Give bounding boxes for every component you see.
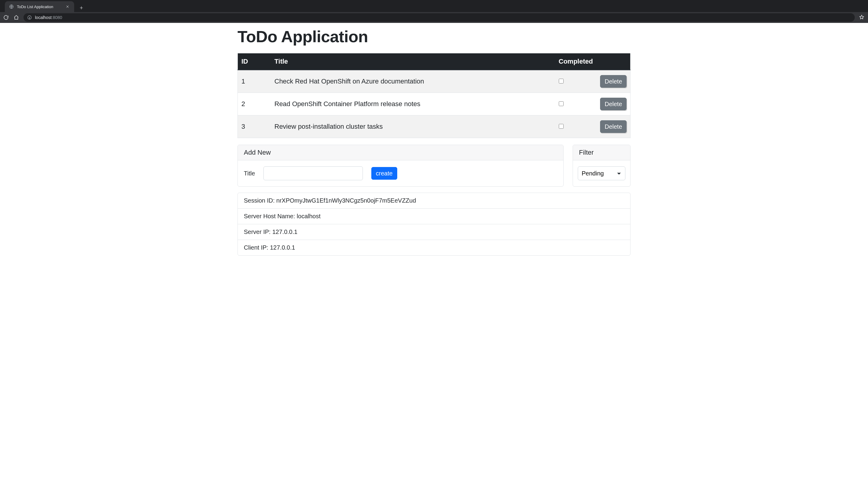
server-host-value: localhost — [297, 213, 321, 220]
add-new-form: Title create — [244, 166, 557, 180]
col-header-completed: Completed — [555, 53, 597, 70]
server-host-label: Server Host Name: — [244, 213, 297, 220]
session-id-value: nrXPOmyJtwG1Ef1nWly3NCgz5n0ojF7m5EeVZZud — [276, 197, 416, 204]
table-row: 2Read OpenShift Container Platform relea… — [238, 93, 630, 116]
server-ip-label: Server IP: — [244, 228, 272, 235]
page-title: ToDo Application — [238, 27, 630, 46]
col-header-id: ID — [238, 53, 271, 70]
table-row: 3Review post-installation cluster tasksD… — [238, 116, 630, 138]
server-ip-row: Server IP: 127.0.0.1 — [238, 224, 630, 240]
address-host: localhost — [35, 15, 52, 20]
completed-checkbox[interactable] — [559, 101, 563, 106]
browser-tab[interactable]: ToDo List Application — [5, 1, 74, 12]
delete-button[interactable]: Delete — [600, 75, 627, 88]
address-url: localhost:8080 — [35, 15, 62, 20]
home-icon[interactable] — [13, 15, 19, 20]
todo-table: ID Title Completed 1Check Red Hat OpenSh… — [238, 53, 630, 138]
table-row: 1Check Red Hat OpenShift on Azure docume… — [238, 70, 630, 93]
address-bar[interactable]: localhost:8080 — [23, 13, 855, 22]
completed-checkbox[interactable] — [559, 124, 563, 129]
site-info-icon[interactable] — [27, 15, 32, 20]
add-new-header: Add New — [238, 145, 563, 160]
cell-title: Review post-installation cluster tasks — [271, 116, 555, 138]
cell-completed — [555, 93, 597, 116]
filter-card: Filter Pending — [573, 145, 630, 187]
browser-tab-title: ToDo List Application — [17, 4, 53, 9]
server-info: Session ID: nrXPOmyJtwG1Ef1nWly3NCgz5n0o… — [238, 193, 630, 256]
client-ip-value: 127.0.0.1 — [270, 244, 295, 251]
client-ip-row: Client IP: 127.0.0.1 — [238, 240, 630, 255]
title-input[interactable] — [263, 166, 363, 180]
reload-icon[interactable] — [3, 15, 9, 20]
session-id-label: Session ID: — [244, 197, 276, 204]
cell-actions: Delete — [596, 116, 630, 138]
bookmark-star-icon[interactable] — [859, 15, 865, 20]
add-new-card: Add New Title create — [238, 145, 563, 187]
filter-header: Filter — [573, 145, 630, 160]
cell-completed — [555, 116, 597, 138]
delete-button[interactable]: Delete — [600, 98, 627, 110]
col-header-title: Title — [271, 53, 555, 70]
server-host-row: Server Host Name: localhost — [238, 208, 630, 224]
cell-id: 3 — [238, 116, 271, 138]
cell-title: Check Red Hat OpenShift on Azure documen… — [271, 70, 555, 93]
page-container: ToDo Application ID Title Completed 1Che… — [238, 23, 630, 256]
cell-completed — [555, 70, 597, 93]
address-port: :8080 — [52, 15, 62, 20]
globe-icon — [9, 4, 14, 9]
new-tab-button[interactable] — [77, 4, 86, 12]
cell-actions: Delete — [596, 93, 630, 116]
cell-id: 1 — [238, 70, 271, 93]
cell-actions: Delete — [596, 70, 630, 93]
client-ip-label: Client IP: — [244, 244, 270, 251]
completed-checkbox[interactable] — [559, 79, 563, 84]
server-ip-value: 127.0.0.1 — [272, 228, 297, 235]
title-label: Title — [244, 170, 255, 177]
browser-chrome: ToDo List Application — [0, 0, 868, 23]
browser-tabstrip: ToDo List Application — [0, 0, 868, 12]
close-tab-icon[interactable] — [65, 4, 70, 9]
session-id-row: Session ID: nrXPOmyJtwG1Ef1nWly3NCgz5n0o… — [238, 193, 630, 208]
create-button[interactable]: create — [371, 167, 397, 180]
table-header-row: ID Title Completed — [238, 53, 630, 70]
col-header-actions — [596, 53, 630, 70]
filter-select[interactable]: Pending — [578, 166, 625, 180]
cell-title: Read OpenShift Container Platform releas… — [271, 93, 555, 116]
cell-id: 2 — [238, 93, 271, 116]
delete-button[interactable]: Delete — [600, 120, 627, 133]
browser-toolbar: localhost:8080 — [0, 12, 868, 23]
